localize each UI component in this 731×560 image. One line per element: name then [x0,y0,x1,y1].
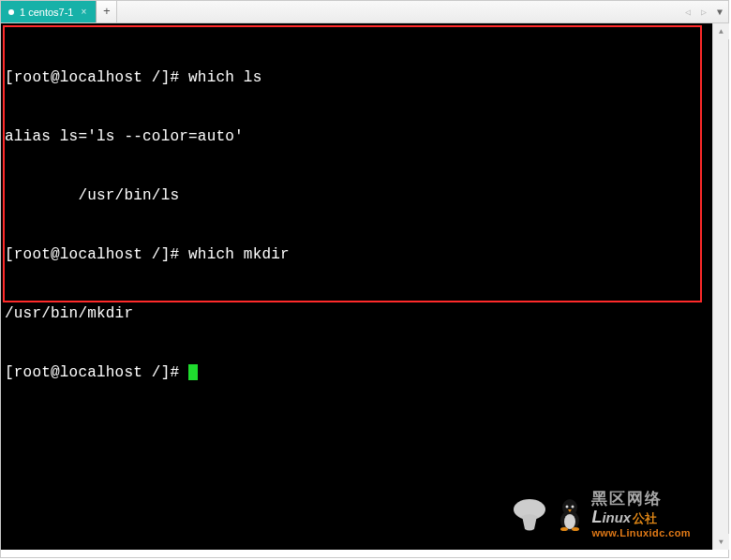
scroll-track[interactable] [713,39,728,534]
svg-point-5 [572,505,574,508]
mushroom-icon [511,498,548,532]
terminal[interactable]: [root@localhost /]# which ls alias ls='l… [1,23,713,550]
svg-point-4 [566,505,569,508]
tab-label: 1 centos7-1 [20,7,73,18]
svg-point-2 [560,510,579,531]
tab-status-indicator-icon [8,9,14,15]
scroll-down-icon[interactable]: ▼ [713,534,729,550]
new-tab-button[interactable]: + [97,1,117,22]
tab-menu-icon[interactable]: ▼ [713,3,726,22]
tab-close-icon[interactable]: × [79,7,88,17]
plus-icon: + [103,5,111,19]
terminal-line: /usr/bin/ls [5,186,709,206]
watermark-brand: Linux公社 [591,508,691,527]
terminal-line: /usr/bin/mkdir [5,304,709,324]
terminal-line: alias ls='ls --color=auto' [5,127,709,147]
terminal-line: [root@localhost /]# which mkdir [5,245,709,265]
vertical-scrollbar[interactable]: ▲ ▼ [712,23,728,550]
scroll-up-icon[interactable]: ▲ [713,23,729,39]
svg-point-1 [562,499,577,516]
tab-centos7-1[interactable]: 1 centos7-1 × [1,1,97,22]
svg-point-0 [514,499,545,520]
tab-nav-controls: ◁ ▷ ▼ [681,1,726,23]
watermark-cn: 黑区网络 [591,491,691,508]
svg-point-6 [560,527,568,531]
svg-point-7 [572,527,579,531]
watermark-text: 黑区网络 Linux公社 www.Linuxidc.com [591,491,691,538]
tab-bar: 1 centos7-1 × + ◁ ▷ ▼ [1,1,728,23]
terminal-output: [root@localhost /]# which ls alias ls='l… [1,23,713,428]
penguin-icon [556,498,584,532]
tab-nav-left-icon[interactable]: ◁ [681,3,694,22]
terminal-prompt-line: [root@localhost /]# [5,363,709,383]
app-window: 1 centos7-1 × + ◁ ▷ ▼ [root@localhost /]… [0,0,729,558]
watermark: 黑区网络 Linux公社 www.Linuxidc.com [511,491,691,538]
watermark-url: www.Linuxidc.com [591,527,691,538]
terminal-line: [root@localhost /]# which ls [5,68,709,88]
cursor-icon [188,364,198,380]
svg-point-3 [564,514,575,529]
tab-nav-right-icon[interactable]: ▷ [697,3,710,22]
